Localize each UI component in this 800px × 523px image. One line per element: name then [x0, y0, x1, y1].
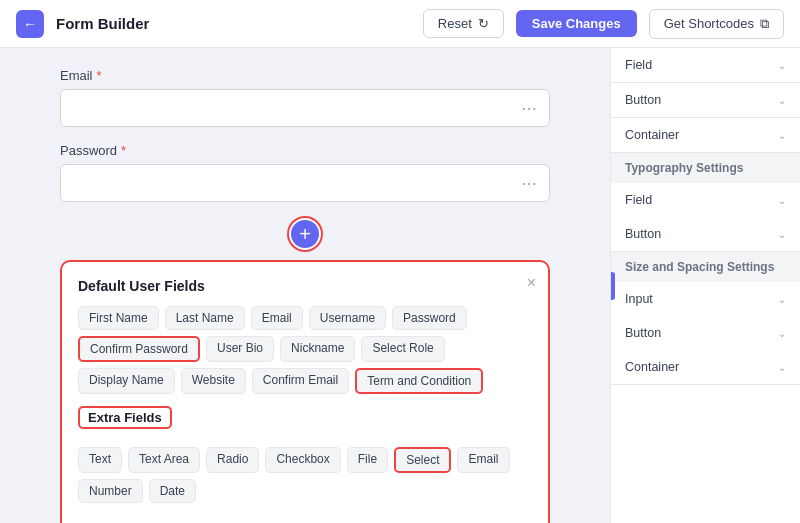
- reset-icon: ↻: [478, 16, 489, 31]
- typography-button-chevron-icon: ⌄: [778, 229, 786, 240]
- email-input[interactable]: ⋯: [60, 89, 550, 127]
- size-container-label: Container: [625, 360, 679, 374]
- page-title: Form Builder: [56, 15, 411, 32]
- field-picker-popup: Default User Fields × First Name Last Na…: [60, 260, 550, 523]
- password-required-marker: *: [121, 143, 126, 158]
- save-label: Save Changes: [532, 16, 621, 31]
- popup-close-button[interactable]: ×: [527, 274, 536, 292]
- add-field-button-wrap: +: [60, 218, 550, 250]
- password-input[interactable]: ⋯: [60, 164, 550, 202]
- size-button-label: Button: [625, 326, 661, 340]
- reset-label: Reset: [438, 16, 472, 31]
- tag-password[interactable]: Password: [392, 306, 467, 330]
- email-field-group: Email * ⋯: [60, 68, 550, 127]
- size-spacing-label: Size and Spacing Settings: [625, 260, 774, 274]
- typography-field-label: Field: [625, 193, 652, 207]
- tag-radio[interactable]: Radio: [206, 447, 259, 473]
- password-field-group: Password * ⋯: [60, 143, 550, 202]
- sidebar-container-section: Container ⌄: [611, 118, 800, 153]
- save-button[interactable]: Save Changes: [516, 10, 637, 37]
- reset-button[interactable]: Reset ↻: [423, 9, 504, 38]
- email-required-marker: *: [97, 68, 102, 83]
- right-sidebar: ‹ Field ⌄ Button ⌄ Container ⌄ Typograph…: [610, 48, 800, 523]
- tag-email-extra[interactable]: Email: [457, 447, 509, 473]
- tag-select[interactable]: Select: [394, 447, 451, 473]
- tag-nickname[interactable]: Nickname: [280, 336, 355, 362]
- size-input-label: Input: [625, 292, 653, 306]
- tag-date[interactable]: Date: [149, 479, 196, 503]
- size-spacing-header: Size and Spacing Settings: [611, 252, 800, 282]
- default-tags-container: First Name Last Name Email Username Pass…: [78, 306, 532, 394]
- tag-text-area[interactable]: Text Area: [128, 447, 200, 473]
- size-input-item[interactable]: Input ⌄: [611, 282, 800, 316]
- shortcodes-icon: ⧉: [760, 16, 769, 32]
- popup-title: Default User Fields: [78, 278, 532, 294]
- header: ← Form Builder Reset ↻ Save Changes Get …: [0, 0, 800, 48]
- tag-website[interactable]: Website: [181, 368, 246, 394]
- extra-tags-container: Text Text Area Radio Checkbox File Selec…: [78, 447, 532, 503]
- email-label: Email *: [60, 68, 550, 83]
- typography-field-item[interactable]: Field ⌄: [611, 183, 800, 217]
- tag-username[interactable]: Username: [309, 306, 386, 330]
- sidebar-field-item[interactable]: Field ⌄: [611, 48, 800, 82]
- typography-field-chevron-icon: ⌄: [778, 195, 786, 206]
- main-layout: Email * ⋯ Password * ⋯ + Default: [0, 48, 800, 523]
- sidebar-field-section: Field ⌄: [611, 48, 800, 83]
- field-chevron-icon: ⌄: [778, 60, 786, 71]
- password-options-icon[interactable]: ⋯: [521, 174, 539, 193]
- tag-first-name[interactable]: First Name: [78, 306, 159, 330]
- sidebar-container-label: Container: [625, 128, 679, 142]
- shortcodes-label: Get Shortcodes: [664, 16, 754, 31]
- back-button[interactable]: ←: [16, 10, 44, 38]
- extra-fields-title: Extra Fields: [78, 406, 172, 429]
- tag-term-and-condition[interactable]: Term and Condition: [355, 368, 483, 394]
- email-options-icon[interactable]: ⋯: [521, 99, 539, 118]
- shortcodes-button[interactable]: Get Shortcodes ⧉: [649, 9, 784, 39]
- tag-last-name[interactable]: Last Name: [165, 306, 245, 330]
- tag-text[interactable]: Text: [78, 447, 122, 473]
- typography-settings-label: Typography Settings: [625, 161, 743, 175]
- sidebar-field-label: Field: [625, 58, 652, 72]
- size-spacing-group: Size and Spacing Settings Input ⌄ Button…: [611, 252, 800, 385]
- typography-settings-group: Typography Settings Field ⌄ Button ⌄: [611, 153, 800, 252]
- sidebar-button-item[interactable]: Button ⌄: [611, 83, 800, 117]
- sidebar-container-item[interactable]: Container ⌄: [611, 118, 800, 152]
- sidebar-toggle-button[interactable]: ‹: [610, 272, 615, 300]
- size-button-chevron-icon: ⌄: [778, 328, 786, 339]
- tag-display-name[interactable]: Display Name: [78, 368, 175, 394]
- container-chevron-icon: ⌄: [778, 130, 786, 141]
- tag-confirm-email[interactable]: Confirm Email: [252, 368, 349, 394]
- sidebar-button-section: Button ⌄: [611, 83, 800, 118]
- typography-settings-header: Typography Settings: [611, 153, 800, 183]
- typography-button-item[interactable]: Button ⌄: [611, 217, 800, 251]
- size-container-item[interactable]: Container ⌄: [611, 350, 800, 384]
- tag-email[interactable]: Email: [251, 306, 303, 330]
- typography-button-label: Button: [625, 227, 661, 241]
- password-label: Password *: [60, 143, 550, 158]
- sidebar-button-label: Button: [625, 93, 661, 107]
- tag-number[interactable]: Number: [78, 479, 143, 503]
- tag-user-bio[interactable]: User Bio: [206, 336, 274, 362]
- tag-select-role[interactable]: Select Role: [361, 336, 444, 362]
- tag-file[interactable]: File: [347, 447, 388, 473]
- tag-confirm-password[interactable]: Confirm Password: [78, 336, 200, 362]
- size-button-item[interactable]: Button ⌄: [611, 316, 800, 350]
- tag-checkbox[interactable]: Checkbox: [265, 447, 340, 473]
- form-canvas: Email * ⋯ Password * ⋯ + Default: [0, 48, 610, 523]
- size-container-chevron-icon: ⌄: [778, 362, 786, 373]
- add-field-button[interactable]: +: [289, 218, 321, 250]
- size-input-chevron-icon: ⌄: [778, 294, 786, 305]
- button-chevron-icon: ⌄: [778, 95, 786, 106]
